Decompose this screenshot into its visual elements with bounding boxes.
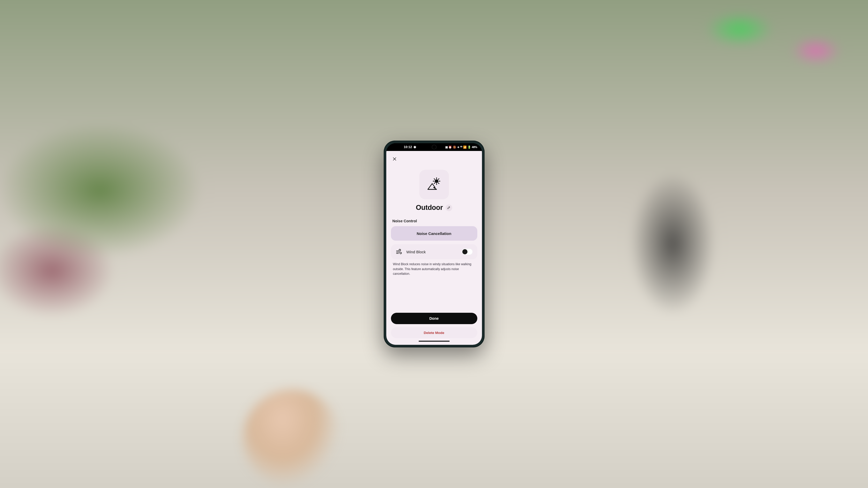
front-camera-hole <box>432 145 436 149</box>
status-signal-icon: 📶 <box>463 145 467 149</box>
status-alarm-icon: ⏰ <box>448 145 452 149</box>
mode-title-row: Outdoor <box>391 204 477 212</box>
done-button[interactable]: Done <box>391 313 477 324</box>
wind-block-label: Wind Block <box>406 250 458 254</box>
noise-control-label: Noise Control <box>391 219 477 226</box>
status-time: 10:12 <box>404 145 412 149</box>
wind-block-toggle[interactable] <box>462 249 473 255</box>
svg-line-7 <box>438 179 439 180</box>
wind-icon <box>396 249 402 255</box>
pencil-icon <box>447 206 451 209</box>
wind-block-help-text: Wind Block reduces noise in windy situat… <box>391 259 477 276</box>
mode-icon-card[interactable] <box>420 170 448 199</box>
outdoor-mountain-sun-icon <box>426 177 442 192</box>
toggle-knob <box>462 249 467 254</box>
status-network-icon: ⁵ᴳ <box>460 145 462 149</box>
status-nfc-icon: ▣ <box>445 145 448 149</box>
phone-screen: 10:12 ✱ ▣ ⏰ 🔕 ∗ ⁵ᴳ 📶 🔋 48% <box>386 143 482 345</box>
svg-line-5 <box>434 179 435 180</box>
noise-cancellation-button[interactable]: Noise Cancellation <box>391 226 477 241</box>
phone-frame: 10:12 ✱ ▣ ⏰ 🔕 ∗ ⁵ᴳ 📶 🔋 48% <box>384 141 485 347</box>
app-content: Outdoor Noise Control Noise Cancellation <box>386 151 482 345</box>
svg-point-0 <box>435 180 438 183</box>
status-battery-icon: 🔋 <box>467 145 471 149</box>
delete-mode-button[interactable]: Delete Mode <box>391 327 477 338</box>
wind-block-row: Wind Block <box>391 244 477 259</box>
edit-mode-name-button[interactable] <box>445 204 452 211</box>
close-icon <box>392 157 397 161</box>
hand-blur <box>243 390 341 488</box>
mode-title: Outdoor <box>416 204 443 212</box>
svg-line-6 <box>438 183 439 184</box>
close-button[interactable] <box>391 155 398 163</box>
status-bar: 10:12 ✱ ▣ ⏰ 🔕 ∗ ⁵ᴳ 📶 🔋 48% <box>386 143 482 151</box>
home-indicator[interactable] <box>418 341 450 342</box>
svg-line-8 <box>434 183 435 184</box>
status-misc-icon: ✱ <box>413 145 416 149</box>
status-mute-icon: 🔕 <box>453 145 456 149</box>
status-bluetooth-icon: ∗ <box>457 145 460 149</box>
status-battery-text: 48% <box>472 145 477 149</box>
